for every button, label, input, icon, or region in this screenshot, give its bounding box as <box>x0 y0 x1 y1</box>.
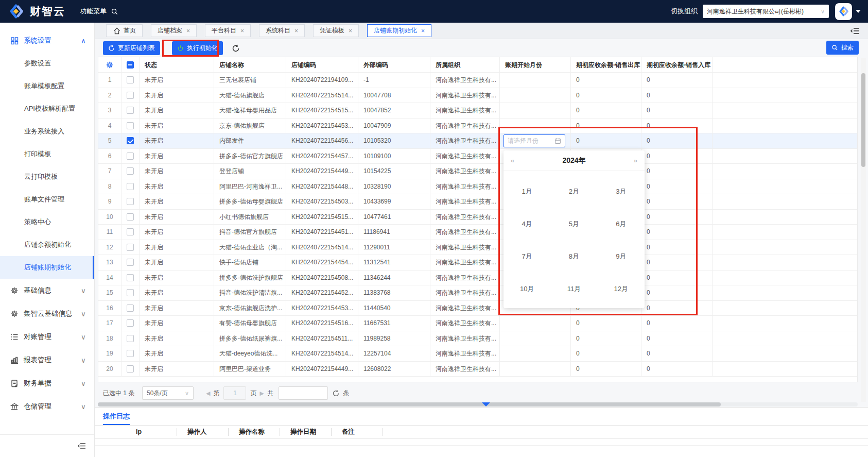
sidebar-item-参数设置[interactable]: 参数设置 <box>0 52 94 75</box>
row-checkbox-cell[interactable] <box>121 316 140 331</box>
vertical-scrollbar[interactable] <box>861 58 866 402</box>
row-checkbox[interactable] <box>127 274 134 281</box>
cell-start-month[interactable] <box>500 316 571 331</box>
horizontal-scrollbar[interactable] <box>98 402 858 407</box>
tab-item-2[interactable]: 平台科目× <box>205 24 251 37</box>
sidebar-section-3[interactable]: 对账管理∨ <box>0 325 94 348</box>
page-number-input[interactable] <box>223 386 246 400</box>
row-checkbox[interactable] <box>127 259 134 266</box>
reload-table-icon[interactable] <box>232 44 240 53</box>
row-checkbox-cell[interactable] <box>121 88 140 103</box>
sidebar-item-业务系统接入[interactable]: 业务系统接入 <box>0 120 94 143</box>
month-picker-input[interactable]: 请选择月份 <box>504 134 565 147</box>
row-checkbox[interactable] <box>127 335 134 342</box>
column-header-4[interactable]: 所属组织 <box>430 57 500 72</box>
cell-start-month[interactable] <box>500 119 571 133</box>
row-checkbox[interactable] <box>127 167 134 175</box>
row-checkbox-cell[interactable] <box>121 301 140 316</box>
column-header-3[interactable]: 外部编码 <box>358 57 430 72</box>
cell-start-month[interactable] <box>500 88 571 103</box>
close-icon[interactable]: × <box>349 27 352 35</box>
month-option-6月[interactable]: 6月 <box>598 208 645 240</box>
row-checkbox[interactable] <box>127 350 134 357</box>
org-select[interactable]: 河南逸祥卫生科技有限公司(岳彬彬) ∨ <box>703 5 829 18</box>
sidebar-item-账单模板配置[interactable]: 账单模板配置 <box>0 75 94 97</box>
column-header-1[interactable]: 店铺名称 <box>214 57 286 72</box>
cell-start-month[interactable] <box>500 362 571 377</box>
column-header-2[interactable]: 店铺编码 <box>286 57 358 72</box>
column-header-6[interactable]: 期初应收余额-销售出库 <box>571 57 641 72</box>
picker-year-label[interactable]: 2024年 <box>523 156 625 165</box>
page-size-select[interactable]: 50条/页 ∨ <box>142 386 194 400</box>
month-option-2月[interactable]: 2月 <box>550 175 597 208</box>
row-checkbox[interactable] <box>127 122 134 129</box>
column-header-7[interactable]: 期初应收余额-销售入库 <box>641 57 713 72</box>
tab-item-1[interactable]: 店铺档案× <box>151 24 197 37</box>
row-checkbox-cell[interactable] <box>121 285 140 300</box>
sidebar-collapse-icon[interactable] <box>78 442 86 450</box>
month-option-7月[interactable]: 7月 <box>504 240 550 273</box>
sidebar-section-4[interactable]: 报表管理∨ <box>0 348 94 371</box>
sidebar-section-0[interactable]: 系统设置∧ <box>0 29 94 52</box>
row-checkbox-cell[interactable] <box>121 255 140 270</box>
reload-count-icon[interactable] <box>332 390 340 397</box>
sidebar-section-2[interactable]: 集智云基础信息∨ <box>0 302 94 325</box>
sidebar-item-店铺账期初始化[interactable]: 店铺账期初始化 <box>0 256 94 279</box>
column-header-0[interactable]: 状态 <box>140 57 214 72</box>
prev-page-icon[interactable]: ◀ <box>206 390 210 397</box>
row-checkbox[interactable] <box>127 213 134 221</box>
month-option-12月[interactable]: 12月 <box>598 273 645 305</box>
month-option-4月[interactable]: 4月 <box>504 208 550 240</box>
sidebar-item-API模板解析配置[interactable]: API模板解析配置 <box>0 97 94 120</box>
row-checkbox-cell[interactable] <box>121 119 140 133</box>
month-option-9月[interactable]: 9月 <box>598 240 645 273</box>
row-checkbox[interactable] <box>127 319 134 327</box>
avatar-caret-icon[interactable] <box>856 10 861 13</box>
close-icon[interactable]: × <box>294 27 298 35</box>
next-year-icon[interactable]: » <box>625 157 637 164</box>
month-option-11月[interactable]: 11月 <box>550 273 597 305</box>
global-search-icon[interactable] <box>111 8 118 15</box>
horizontal-scrollbar-thumb[interactable] <box>98 402 721 407</box>
close-icon[interactable]: × <box>186 27 190 35</box>
cell-start-month[interactable] <box>500 73 571 88</box>
month-option-3月[interactable]: 3月 <box>598 175 645 208</box>
sidebar-item-账单文件管理[interactable]: 账单文件管理 <box>0 188 94 211</box>
total-count-input[interactable] <box>279 386 328 400</box>
row-checkbox-cell[interactable] <box>121 149 140 164</box>
tab-operation-log[interactable]: 操作日志 <box>103 412 130 425</box>
column-settings-cell[interactable] <box>98 57 121 72</box>
cell-start-month[interactable] <box>500 103 571 118</box>
search-button[interactable]: 搜索 <box>826 41 859 55</box>
tab-list-icon[interactable] <box>850 27 860 35</box>
row-checkbox-cell[interactable] <box>121 103 140 118</box>
row-checkbox[interactable] <box>127 107 134 114</box>
select-all-cell[interactable] <box>121 57 140 72</box>
month-option-5月[interactable]: 5月 <box>550 208 597 240</box>
row-checkbox[interactable] <box>127 244 134 251</box>
row-checkbox[interactable] <box>127 76 134 83</box>
sidebar-section-5[interactable]: 财务单据∨ <box>0 371 94 395</box>
sidebar-section-1[interactable]: 基础信息∨ <box>0 279 94 302</box>
row-checkbox-cell[interactable] <box>121 133 140 148</box>
avatar[interactable] <box>835 3 852 20</box>
cell-start-month[interactable] <box>500 331 571 346</box>
prev-year-icon[interactable]: « <box>511 157 523 164</box>
next-page-icon[interactable]: ▶ <box>259 390 264 397</box>
row-checkbox-cell[interactable] <box>121 331 140 346</box>
close-icon[interactable]: × <box>240 27 244 35</box>
row-checkbox-cell[interactable] <box>121 164 140 179</box>
row-checkbox[interactable] <box>127 228 134 235</box>
row-checkbox[interactable] <box>127 304 134 312</box>
row-checkbox[interactable] <box>127 198 134 205</box>
row-checkbox[interactable] <box>127 137 134 144</box>
row-checkbox-cell[interactable] <box>121 210 140 225</box>
tab-item-3[interactable]: 系统科目× <box>259 24 305 37</box>
panel-split-handle-icon[interactable] <box>482 402 490 407</box>
row-checkbox-cell[interactable] <box>121 240 140 255</box>
tab-home[interactable]: 首页 <box>106 24 143 37</box>
month-option-10月[interactable]: 10月 <box>504 273 550 305</box>
row-checkbox-cell[interactable] <box>121 346 140 361</box>
execute-init-button[interactable]: 执行初始化 <box>172 41 223 55</box>
sidebar-item-打印模板[interactable]: 打印模板 <box>0 143 94 165</box>
